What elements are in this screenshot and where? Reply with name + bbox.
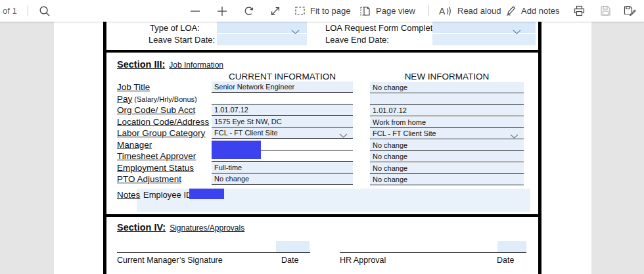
pay-label: Pay (Salary/Hrly/Bonus) bbox=[117, 94, 197, 104]
timesheet-approver-new-field[interactable]: No change bbox=[370, 151, 524, 162]
hr-date-field[interactable] bbox=[497, 241, 526, 252]
leave-end-date-field[interactable] bbox=[432, 34, 536, 45]
section4-subtitle: Signatures/Approvals bbox=[170, 223, 244, 233]
job-title-label: Job Title bbox=[117, 82, 150, 93]
new-information-header: NEW INFORMATION bbox=[370, 72, 524, 81]
pay-new-field[interactable] bbox=[370, 94, 524, 105]
pay-current-field[interactable] bbox=[212, 93, 353, 104]
pdf-page: Type of LOA: Leave Start Date: LOA Reque… bbox=[54, 22, 591, 274]
add-notes-icon bbox=[505, 5, 517, 17]
loa-request-complete-dropdown[interactable] bbox=[432, 22, 536, 33]
pdf-toolbar: of 1 bbox=[0, 0, 644, 22]
pto-adjustment-current-field[interactable]: No change bbox=[212, 173, 353, 185]
hr-signature-line bbox=[340, 252, 526, 253]
zoom-out-button[interactable] bbox=[189, 0, 201, 22]
print-button[interactable] bbox=[573, 0, 586, 22]
fit-to-width-icon bbox=[269, 5, 281, 17]
rotate-icon bbox=[242, 5, 255, 17]
rotate-button[interactable] bbox=[242, 0, 255, 22]
manager-date-label: Date bbox=[281, 256, 298, 265]
manager-signature-line bbox=[117, 252, 310, 253]
job-title-new-field[interactable]: No change bbox=[370, 82, 524, 93]
pdf-viewer: of 1 bbox=[0, 0, 644, 274]
hr-approval-label: HR Approval bbox=[340, 256, 386, 265]
fit-to-page-label: Fit to page bbox=[310, 6, 350, 16]
page-view-label: Page view bbox=[376, 6, 415, 16]
search-icon bbox=[39, 5, 51, 17]
search-button[interactable] bbox=[39, 0, 51, 22]
save-as-icon bbox=[623, 5, 636, 17]
employment-status-current-field[interactable]: Full-time bbox=[212, 162, 353, 173]
manager-new-field[interactable]: No change bbox=[370, 140, 524, 151]
manager-signature-label: Current Manager’s Signature bbox=[117, 256, 223, 265]
type-of-loa-dropdown[interactable] bbox=[217, 22, 307, 33]
table-border-right bbox=[538, 22, 541, 274]
section4-heading: Section IV:Signatures/Approvals bbox=[117, 222, 244, 233]
employee-id-label: Employee ID: bbox=[143, 190, 195, 200]
read-aloud-icon: A bbox=[438, 5, 453, 17]
manager-redaction-box bbox=[212, 141, 261, 159]
zoom-out-icon bbox=[189, 5, 201, 17]
toolbar-divider bbox=[28, 5, 28, 16]
labor-group-current-dropdown[interactable]: FCL - FT Client Site bbox=[212, 127, 353, 139]
section-divider bbox=[104, 50, 538, 53]
chevron-down-icon bbox=[510, 131, 518, 139]
employee-id-redaction-box bbox=[189, 189, 224, 199]
leave-end-date-label: Leave End Date: bbox=[325, 35, 389, 45]
leave-start-date-label: Leave Start Date: bbox=[149, 35, 215, 45]
section3-subtitle: Job Information bbox=[169, 60, 223, 70]
org-code-label: Org Code/ Sub Acct bbox=[117, 105, 195, 116]
leave-start-date-field[interactable] bbox=[217, 34, 307, 45]
zoom-in-icon bbox=[216, 5, 228, 17]
loa-request-complete-label: LOA Request Form Complete: bbox=[325, 23, 440, 34]
pto-adjustment-label: PTO Adjustment bbox=[117, 174, 181, 185]
page-view-button[interactable]: Page view bbox=[359, 0, 415, 22]
job-title-current-field[interactable]: Senior Network Engineer bbox=[212, 81, 353, 93]
hr-date-label: Date bbox=[497, 256, 514, 265]
fit-to-page-button[interactable]: Fit to page bbox=[294, 0, 350, 22]
type-of-loa-label: Type of LOA: bbox=[150, 23, 200, 34]
save-button[interactable] bbox=[599, 0, 612, 22]
notes-label: Notes bbox=[117, 190, 140, 200]
fit-to-page-icon bbox=[294, 5, 306, 16]
labor-group-new-dropdown[interactable]: FCL - FT Client Site bbox=[370, 128, 524, 139]
location-code-label: Location Code/Address bbox=[117, 117, 209, 127]
org-code-new-field[interactable]: 1.01.07.12 bbox=[370, 105, 524, 116]
section-divider bbox=[104, 214, 538, 217]
add-notes-button[interactable]: Add notes bbox=[505, 0, 560, 22]
org-code-current-field[interactable]: 1.01.07.12 bbox=[212, 104, 353, 116]
employment-status-label: Employment Status bbox=[117, 163, 194, 173]
location-code-current-field[interactable]: 1575 Eye St NW, DC bbox=[212, 116, 353, 127]
table-border-left bbox=[103, 22, 106, 274]
manager-label: Manager bbox=[117, 140, 152, 150]
page-indicator: of 1 bbox=[3, 0, 17, 22]
timesheet-approver-label: Timesheet Approver bbox=[117, 151, 196, 162]
toolbar-divider bbox=[428, 5, 429, 16]
chevron-down-icon bbox=[339, 131, 348, 139]
employment-status-new-field[interactable]: No change bbox=[370, 163, 524, 174]
print-icon bbox=[573, 5, 586, 17]
manager-date-field[interactable] bbox=[276, 241, 310, 252]
read-aloud-label: Read aloud bbox=[457, 6, 501, 16]
fit-to-width-button[interactable] bbox=[269, 0, 281, 22]
save-as-button[interactable] bbox=[623, 0, 636, 22]
save-icon bbox=[599, 5, 612, 17]
svg-text:A: A bbox=[439, 6, 446, 16]
labor-group-label: Labor Group Category bbox=[117, 128, 205, 139]
section3-heading: Section III:Job Information bbox=[117, 59, 223, 70]
add-notes-label: Add notes bbox=[521, 6, 560, 16]
current-information-header: CURRENT INFORMATION bbox=[212, 72, 353, 81]
pto-adjustment-new-field[interactable]: No change bbox=[370, 174, 524, 185]
page-view-icon bbox=[359, 5, 371, 17]
read-aloud-button[interactable]: A Read aloud bbox=[438, 0, 501, 22]
location-code-new-field[interactable]: Work from home bbox=[370, 117, 524, 128]
zoom-in-button[interactable] bbox=[216, 0, 228, 22]
